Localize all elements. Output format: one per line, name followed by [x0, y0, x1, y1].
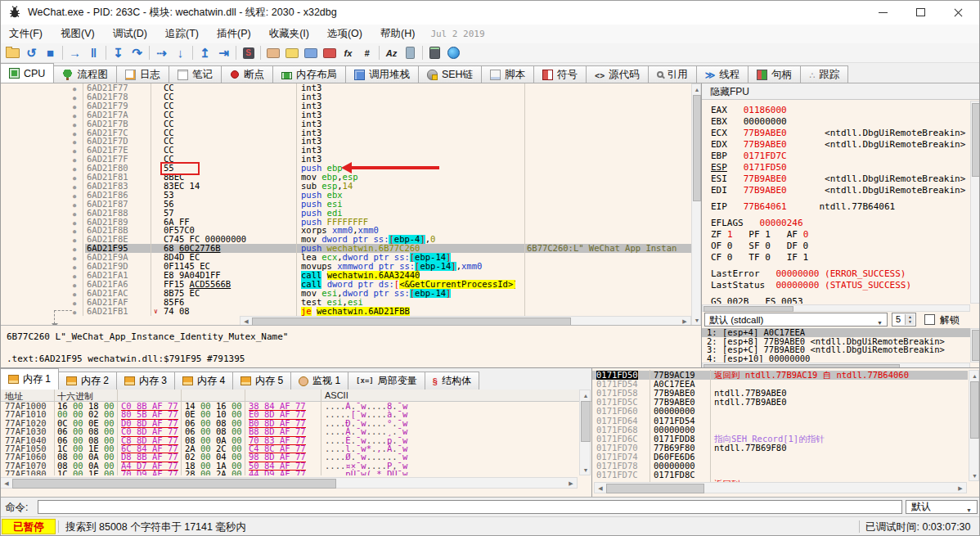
stepper-down-icon[interactable] [905, 319, 915, 325]
maximize-button[interactable] [901, 0, 939, 25]
scroll-left-icon[interactable] [596, 484, 605, 493]
menu-options[interactable]: 选项(O) [318, 25, 371, 43]
scroll-thumb[interactable] [972, 330, 980, 361]
scroll-thumb[interactable] [970, 381, 979, 439]
step-into-button[interactable]: ↧ [109, 44, 128, 61]
disasm-row[interactable]: 6AD21F7BCCint3 [0, 119, 691, 128]
register-line[interactable]: EAX 01186000 [711, 105, 787, 116]
scroll-thumb[interactable] [12, 479, 336, 489]
argument-row[interactable]: 3: [esp+C] 77B9ABE0 <ntdll.DbgUiRemoteBr… [707, 345, 970, 354]
register-line[interactable]: ECX 77B9ABE0 <ntdll.DbgUiRemoteBreakin> [711, 128, 965, 139]
close-button[interactable] [939, 0, 977, 25]
command-input[interactable] [38, 500, 902, 514]
scroll-right-icon[interactable] [566, 479, 576, 489]
memory-map-button[interactable]: # [357, 44, 376, 61]
tab-graph[interactable]: 流程图 [53, 65, 117, 83]
tab-threads[interactable]: 线程 [696, 65, 749, 83]
scroll-thumb[interactable] [693, 95, 701, 201]
stack-h-scrollbar[interactable] [594, 482, 967, 493]
run-to-user-code-button[interactable]: ⇥ [214, 44, 233, 61]
arguments-v-scrollbar[interactable] [970, 328, 980, 363]
register-line[interactable]: EFLAGS 00000246 [711, 218, 803, 229]
tab-notes[interactable]: 笔记 [169, 65, 222, 83]
settings-button[interactable]: S [239, 44, 258, 61]
stack-row[interactable]: 0171FD7C0171FD8C [592, 471, 968, 480]
dump-tab-watch1[interactable]: 监视 1 [290, 372, 348, 390]
internet-button[interactable] [444, 44, 463, 61]
tab-seh-chain[interactable]: SEH链 [418, 65, 482, 83]
scroll-up-icon[interactable] [970, 372, 979, 380]
calling-convention-select[interactable]: 默认 (stdcall) [704, 313, 888, 327]
scroll-thumb[interactable] [581, 401, 591, 442]
tab-trace[interactable]: 跟踪 [800, 65, 848, 83]
strings-button[interactable]: Az [382, 44, 401, 61]
dump-row[interactable]: 77AF10801C 00 1E 0070 D9 AF 7728 00 2A 0… [0, 470, 579, 475]
stack-row[interactable]: 0171FD5C77B9ABE0ntdll.77B9ABE0 [592, 398, 968, 407]
unlock-checkbox[interactable] [924, 314, 935, 325]
labels-button[interactable] [301, 44, 320, 61]
scroll-thumb[interactable] [252, 318, 571, 325]
execute-till-return-button[interactable]: ↥ [196, 44, 214, 61]
scroll-thumb[interactable] [704, 306, 793, 312]
stack-row[interactable]: 0171FD74D60FE6D6 [592, 453, 968, 462]
menu-view[interactable]: 视图(V) [52, 25, 104, 43]
menu-file[interactable]: 文件(F) [0, 25, 52, 43]
register-line[interactable]: LastStatus 00000000 (STATUS_SUCCESS) [711, 280, 911, 291]
menu-favourites[interactable]: 收藏夹(I) [260, 25, 318, 43]
scroll-up-icon[interactable] [581, 391, 591, 399]
calculator-button[interactable] [425, 44, 444, 61]
scroll-up-icon[interactable] [693, 85, 701, 93]
tab-handles[interactable]: 句柄 [748, 65, 801, 83]
run-button[interactable]: → [65, 44, 84, 61]
minimize-button[interactable] [864, 0, 901, 25]
registers-h-scrollbar[interactable] [702, 304, 970, 312]
register-line[interactable]: EBP 0171FD7C [711, 151, 787, 162]
open-file-button[interactable] [3, 44, 22, 61]
menu-help[interactable]: 帮助(H) [371, 25, 424, 43]
stack-row[interactable]: 0171FD6000000000 [592, 407, 968, 416]
step-over-button[interactable]: ↷ [128, 44, 146, 61]
dump-tab-dump4[interactable]: 内存 4 [174, 372, 233, 390]
scroll-down-icon[interactable] [581, 466, 591, 474]
run-to-cursor-button[interactable]: ⇢ [152, 44, 171, 61]
scroll-down-icon[interactable] [693, 316, 701, 324]
stack-v-scrollbar[interactable] [969, 370, 979, 481]
argument-row[interactable]: 1: [esp+4] A0C17EEA [702, 328, 970, 337]
comments-button[interactable] [282, 44, 301, 61]
register-line[interactable]: GS 002B FS 0053 [711, 296, 803, 304]
restart-button[interactable]: ↺ [22, 44, 41, 61]
menu-trace[interactable]: 追踪(T) [156, 25, 208, 43]
tab-memory-map[interactable]: 内存布局 [272, 65, 346, 83]
menu-plugins[interactable]: 插件(P) [208, 25, 260, 43]
register-line[interactable]: EIP 77B64061 ntdll.77B64061 [711, 201, 895, 213]
scroll-down-icon[interactable] [970, 471, 979, 480]
tab-source[interactable]: 源代码 [586, 65, 649, 83]
stack-row[interactable]: 0171FD5077B9AC19返回到 ntdll.77B9AC19 自 ntd… [592, 371, 968, 380]
menu-debug[interactable]: 调试(D) [104, 25, 156, 43]
dump-h-scrollbar[interactable] [0, 477, 578, 489]
register-line[interactable]: OF 0 SF 0 DF 0 [711, 241, 808, 252]
dump-tab-locals[interactable]: [x=]局部变量 [348, 372, 425, 390]
register-line[interactable]: ESI 77B9ABE0 <ntdll.DbgUiRemoteBreakin> [711, 173, 965, 185]
scroll-right-icon[interactable] [955, 484, 965, 493]
argument-row[interactable]: 4: [esp+10] 00000000 [707, 354, 970, 363]
dump-v-scrollbar[interactable] [579, 390, 591, 475]
registers-v-scrollbar[interactable] [970, 101, 980, 304]
pause-button[interactable]: ‖ [84, 44, 103, 61]
tab-symbols[interactable]: 符号 [533, 65, 587, 83]
disasm-row[interactable]: 6AD21F8857push edi [0, 209, 691, 218]
modules-button[interactable] [401, 44, 420, 61]
scroll-right-icon[interactable] [680, 318, 690, 325]
breakpoint-dot-icon[interactable] [70, 307, 79, 317]
dump-tab-struct[interactable]: §结构体 [425, 372, 479, 390]
register-line[interactable]: EDI 77B9ABE0 <ntdll.DbgUiRemoteBreakin> [711, 185, 965, 196]
scroll-thumb[interactable] [972, 103, 980, 177]
hide-fpu-button[interactable]: 隐藏FPU [702, 83, 980, 100]
scroll-left-icon[interactable] [241, 318, 251, 325]
register-line[interactable]: EDX 77B9ABE0 <ntdll.DbgUiRemoteBreakin> [711, 139, 965, 151]
tab-call-stack[interactable]: 调用堆栈 [345, 65, 419, 83]
patches-button[interactable] [263, 44, 282, 61]
dump-tab-dump5[interactable]: 内存 5 [232, 372, 291, 390]
tab-breakpoints[interactable]: 断点 [221, 65, 273, 83]
register-line[interactable]: ESP 0171FD50 [711, 162, 787, 173]
